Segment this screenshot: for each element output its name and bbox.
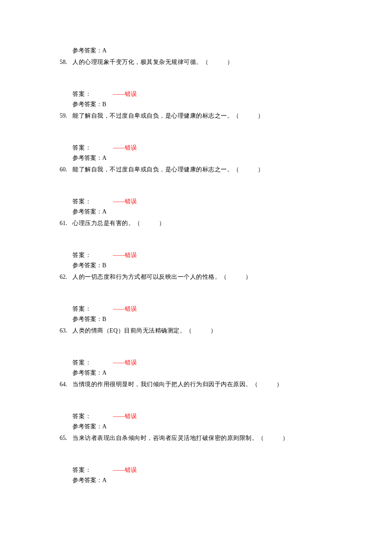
answer-wrong: 错误 [125, 413, 137, 419]
reference-answer-line: 参考答案：A [60, 207, 392, 216]
answer-label: 答案： [72, 358, 92, 367]
question-block: 61. 心理压力总是有害的。（ ） 答案：——错误 参考答案：B [60, 219, 392, 270]
question-line: 63. 人类的情商（EQ）目前尚无法精确测定。（ ） [60, 326, 392, 335]
reference-label: 参考答案： [72, 262, 102, 269]
top-reference-answer: 参考答案：A [60, 46, 392, 55]
reference-answer-line: 参考答案：A [60, 422, 392, 431]
reference-label: 参考答案： [72, 477, 102, 483]
question-text: 心理压力总是有害的。（ ） [72, 219, 165, 228]
reference-label: 参考答案： [72, 370, 102, 376]
question-number: 61. [60, 219, 72, 228]
answer-dash: —— [113, 359, 125, 366]
answer-dash: —— [113, 198, 125, 205]
question-number: 60. [60, 165, 72, 174]
question-line: 59. 能了解自我，不过度自卑或自负，是心理健康的标志之一。（ ） [60, 111, 392, 120]
page: 参考答案：A 58. 人的心理现象千变万化，极其复杂无规律可循。（ ） 答案：—… [0, 0, 392, 555]
reference-label: 参考答案： [72, 155, 102, 161]
answer-label: 答案： [72, 465, 92, 474]
question-block: 60. 能了解自我，不过度自卑或自负，是心理健康的标志之一。（ ） 答案：——错… [60, 165, 392, 216]
answer-wrong: 错误 [125, 359, 137, 366]
answer-label: 答案： [72, 304, 92, 313]
answer-wrong: 错误 [125, 306, 137, 312]
answer-dash: —— [113, 306, 125, 312]
question-block: 63. 人类的情商（EQ）目前尚无法精确测定。（ ） 答案：——错误 参考答案：… [60, 326, 392, 377]
reference-answer-line: 参考答案：A [60, 476, 392, 485]
answer-line: 答案：——错误 [60, 143, 392, 152]
reference-label: 参考答案： [72, 101, 102, 107]
answer-line: 答案：——错误 [60, 358, 392, 367]
reference-answer-line: 参考答案：B [60, 100, 392, 109]
answer-label: 答案： [72, 251, 92, 260]
question-line: 60. 能了解自我，不过度自卑或自负，是心理健康的标志之一。（ ） [60, 165, 392, 174]
answer-line: 答案：——错误 [60, 90, 392, 98]
reference-value: B [102, 316, 106, 322]
question-block: 65. 当来访者表现出自杀倾向时，咨询者应灵活地打破保密的原则限制。（ ） 答案… [60, 434, 392, 485]
answer-wrong: 错误 [125, 145, 137, 151]
reference-answer-line: 参考答案：B [60, 261, 392, 270]
answer-wrong: 错误 [125, 198, 137, 205]
question-line: 62. 人的一切态度和行为方式都可以反映出一个人的性格。（ ） [60, 272, 392, 281]
answer-dash: —— [113, 91, 125, 97]
question-block: 62. 人的一切态度和行为方式都可以反映出一个人的性格。（ ） 答案：——错误 … [60, 272, 392, 324]
answer-dash: —— [113, 467, 125, 473]
reference-value: B [102, 101, 106, 107]
reference-label: 参考答案： [72, 208, 102, 215]
answer-label: 答案： [72, 90, 92, 98]
reference-value: A [102, 477, 107, 483]
question-number: 65. [60, 434, 72, 442]
reference-label: 参考答案： [72, 47, 102, 54]
question-number: 64. [60, 380, 72, 389]
answer-line: 答案：——错误 [60, 465, 392, 474]
answer-line: 答案：——错误 [60, 197, 392, 206]
question-line: 58. 人的心理现象千变万化，极其复杂无规律可循。（ ） [60, 58, 392, 66]
reference-answer-line: 参考答案：A [60, 368, 392, 377]
answer-line: 答案：——错误 [60, 251, 392, 260]
reference-value: A [102, 370, 107, 376]
question-number: 62. [60, 272, 72, 281]
answer-wrong: 错误 [125, 91, 137, 97]
answer-label: 答案： [72, 412, 92, 421]
reference-label: 参考答案： [72, 423, 102, 430]
reference-value: A [102, 155, 107, 161]
answer-label: 答案： [72, 197, 92, 206]
question-number: 63. [60, 326, 72, 335]
reference-value: A [102, 208, 107, 215]
question-text: 人的一切态度和行为方式都可以反映出一个人的性格。（ ） [72, 272, 252, 281]
question-block: 64. 当情境的作用很明显时，我们倾向于把人的行为归因于内在原因。（ ） 答案：… [60, 380, 392, 431]
question-text: 能了解自我，不过度自卑或自负，是心理健康的标志之一。（ ） [72, 111, 264, 120]
question-text: 能了解自我，不过度自卑或自负，是心理健康的标志之一。（ ） [72, 165, 264, 174]
question-text: 人的心理现象千变万化，极其复杂无规律可循。（ ） [72, 58, 233, 66]
reference-value: A [102, 423, 107, 430]
answer-line: 答案：——错误 [60, 412, 392, 421]
question-line: 65. 当来访者表现出自杀倾向时，咨询者应灵活地打破保密的原则限制。（ ） [60, 434, 392, 442]
answer-line: 答案：——错误 [60, 304, 392, 313]
reference-answer-line: 参考答案：B [60, 315, 392, 324]
question-text: 当情境的作用很明显时，我们倾向于把人的行为归因于内在原因。（ ） [72, 380, 282, 389]
question-text: 人类的情商（EQ）目前尚无法精确测定。（ ） [72, 326, 217, 335]
question-line: 64. 当情境的作用很明显时，我们倾向于把人的行为归因于内在原因。（ ） [60, 380, 392, 389]
question-number: 59. [60, 111, 72, 120]
answer-dash: —— [113, 145, 125, 151]
answer-wrong: 错误 [125, 252, 137, 258]
answer-wrong: 错误 [125, 467, 137, 473]
question-number: 58. [60, 58, 72, 66]
answer-label: 答案： [72, 143, 92, 152]
reference-value: B [102, 262, 106, 269]
answer-dash: —— [113, 252, 125, 258]
question-line: 61. 心理压力总是有害的。（ ） [60, 219, 392, 228]
question-block: 58. 人的心理现象千变万化，极其复杂无规律可循。（ ） 答案：——错误 参考答… [60, 58, 392, 109]
reference-answer-line: 参考答案：A [60, 153, 392, 162]
reference-value: A [102, 47, 107, 54]
question-block: 59. 能了解自我，不过度自卑或自负，是心理健康的标志之一。（ ） 答案：——错… [60, 111, 392, 162]
answer-dash: —— [113, 413, 125, 419]
question-text: 当来访者表现出自杀倾向时，咨询者应灵活地打破保密的原则限制。（ ） [72, 434, 289, 442]
reference-label: 参考答案： [72, 316, 102, 322]
